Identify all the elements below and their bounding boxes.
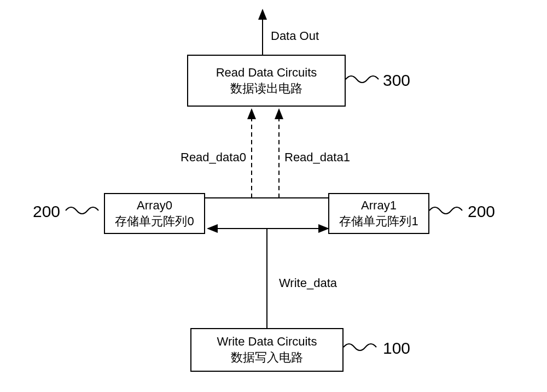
wave-array1-ref: [429, 207, 462, 214]
data-out-label: Data Out: [271, 29, 319, 43]
write-block-ref: 100: [383, 339, 410, 358]
array0-block: Array0 存储单元阵列0: [104, 193, 205, 234]
array1-subtitle: 存储单元阵列1: [339, 214, 418, 230]
write-block-title: Write Data Circuits: [217, 334, 317, 350]
read-block-title: Read Data Circuits: [216, 65, 317, 81]
wave-write-ref: [344, 344, 376, 350]
write-block-subtitle: 数据写入电路: [231, 350, 303, 366]
read-data1-label: Read_data1: [284, 150, 350, 165]
array0-subtitle: 存储单元阵列0: [115, 214, 194, 230]
read-data0-label: Read_data0: [181, 150, 246, 165]
array0-title: Array0: [137, 198, 172, 214]
wave-read-ref: [346, 76, 379, 83]
array0-ref: 200: [33, 202, 60, 221]
array1-ref: 200: [468, 202, 495, 221]
write-data-label: Write_data: [279, 276, 337, 290]
write-data-circuits-block: Write Data Circuits 数据写入电路: [190, 328, 344, 372]
array1-block: Array1 存储单元阵列1: [328, 193, 429, 234]
array1-title: Array1: [361, 198, 397, 214]
read-data-circuits-block: Read Data Circuits 数据读出电路: [187, 55, 346, 107]
read-block-subtitle: 数据读出电路: [230, 81, 302, 97]
wave-array0-ref: [66, 207, 98, 214]
read-block-ref: 300: [383, 71, 410, 90]
